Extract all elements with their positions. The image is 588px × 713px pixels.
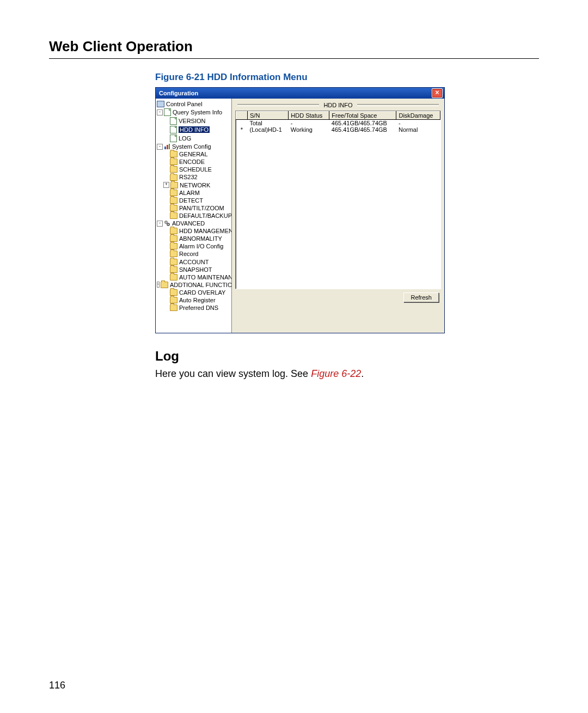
col-damage[interactable]: DiskDamage bbox=[396, 112, 440, 120]
cell-damage: Normal bbox=[396, 126, 440, 133]
tree-label: NETWORK bbox=[180, 182, 210, 188]
note-icon bbox=[164, 108, 171, 116]
col-blank[interactable] bbox=[236, 112, 248, 120]
tree-abnormality[interactable]: ABNORMALITY bbox=[157, 235, 230, 242]
tree-account[interactable]: ACCOUNT bbox=[157, 258, 230, 266]
svg-point-6 bbox=[168, 224, 169, 225]
tree-label: SCHEDULE bbox=[179, 166, 212, 173]
tree-additional-function[interactable]: - ADDTIONAL FUNCTION bbox=[157, 281, 230, 289]
tree-label-selected: HDD INFO bbox=[179, 126, 210, 133]
tree-schedule[interactable]: SCHEDULE bbox=[157, 166, 230, 173]
tree-control-panel[interactable]: Control Panel bbox=[157, 100, 230, 108]
tree-detect[interactable]: DETECT bbox=[157, 197, 230, 204]
collapse-icon[interactable]: - bbox=[157, 282, 160, 288]
col-space[interactable]: Free/Total Space bbox=[329, 112, 396, 120]
tree-advanced[interactable]: - ADVANCED bbox=[157, 220, 230, 227]
folder-icon bbox=[170, 274, 177, 281]
tree-general[interactable]: GENERAL bbox=[157, 150, 230, 158]
tree-label: ADDTIONAL FUNCTION bbox=[170, 282, 232, 288]
tree-hdd-management[interactable]: HDD MANAGEMENT bbox=[157, 227, 230, 235]
tree-default-backup[interactable]: DEFAULT/BACKUP bbox=[157, 212, 230, 220]
tree-auto-maintenance[interactable]: AUTO MAINTENANCE bbox=[157, 273, 230, 281]
body-text-pre: Here you can view system log. See bbox=[155, 368, 311, 379]
folder-icon bbox=[170, 289, 177, 296]
row-marker: * bbox=[236, 126, 248, 133]
tree-label: Control Panel bbox=[166, 101, 203, 107]
tree-log[interactable]: LOG bbox=[157, 134, 230, 143]
tree-label: ADVANCED bbox=[172, 220, 205, 227]
tree-record[interactable]: Record bbox=[157, 250, 230, 258]
configuration-window: Configuration × Control Panel - Query Sy… bbox=[155, 87, 445, 333]
page-number: 116 bbox=[49, 680, 65, 691]
folder-icon bbox=[170, 174, 177, 181]
cell-space: 465.41GB/465.74GB bbox=[329, 126, 396, 133]
cell-sn: (Local)HD-1 bbox=[248, 126, 289, 133]
tree-label: AUTO MAINTENANCE bbox=[179, 274, 232, 281]
expand-icon[interactable]: + bbox=[163, 182, 169, 188]
table-row[interactable]: Total - 465.41GB/465.74GB - bbox=[236, 120, 440, 127]
col-sn[interactable]: S/N bbox=[248, 112, 289, 120]
col-status[interactable]: HDD Status bbox=[289, 112, 329, 120]
panel-icon bbox=[157, 101, 164, 107]
collapse-icon[interactable]: - bbox=[157, 144, 163, 150]
tree-label: ALARM bbox=[179, 190, 200, 196]
titlebar: Configuration × bbox=[156, 88, 444, 99]
tree-version[interactable]: VERSION bbox=[157, 117, 230, 125]
figure-reference: Figure 6-22 bbox=[311, 368, 361, 379]
tree-preferred-dns[interactable]: Preferred DNS bbox=[157, 304, 230, 312]
folder-icon bbox=[170, 182, 178, 188]
tree-pane: Control Panel - Query System Info VERSIO… bbox=[156, 99, 232, 333]
tree-label: CARD OVERLAY bbox=[179, 289, 225, 296]
tree-label: DEFAULT/BACKUP bbox=[179, 212, 232, 219]
tree-rs232[interactable]: RS232 bbox=[157, 173, 230, 181]
tree-label: Preferred DNS bbox=[179, 304, 218, 311]
folder-icon bbox=[170, 228, 177, 234]
tree-label: Query System Info bbox=[173, 109, 222, 115]
collapse-icon[interactable]: - bbox=[157, 221, 163, 227]
tree-label: PAN/TILT/ZOOM bbox=[179, 205, 224, 211]
tree-query-system-info[interactable]: - Query System Info bbox=[157, 108, 230, 117]
body-text: Here you can view system log. See Figure… bbox=[155, 368, 539, 380]
folder-icon bbox=[170, 205, 177, 211]
tree-auto-register[interactable]: Auto Register bbox=[157, 296, 230, 304]
tree-network[interactable]: +NETWORK bbox=[157, 181, 230, 189]
hdd-table: S/N HDD Status Free/Total Space DiskDama… bbox=[236, 111, 440, 133]
folder-icon bbox=[170, 212, 177, 219]
tree-label: ENCODE bbox=[179, 159, 205, 165]
folder-icon bbox=[170, 159, 177, 165]
tree-system-config[interactable]: - System Config bbox=[157, 143, 230, 150]
tree-card-overlay[interactable]: CARD OVERLAY bbox=[157, 289, 230, 296]
content-pane: HDD INFO S/N HDD Status Free/Total Space… bbox=[232, 99, 444, 333]
tree-label: System Config bbox=[172, 143, 211, 150]
tree-encode[interactable]: ENCODE bbox=[157, 158, 230, 166]
cell-damage: - bbox=[396, 120, 440, 127]
folder-icon bbox=[170, 297, 177, 303]
tree-snapshot[interactable]: SNAPSHOT bbox=[157, 266, 230, 273]
refresh-button[interactable]: Refresh bbox=[403, 292, 439, 302]
tree-label: LOG bbox=[179, 135, 191, 142]
tree-label: SNAPSHOT bbox=[179, 266, 212, 273]
collapse-icon[interactable]: - bbox=[157, 109, 163, 115]
svg-rect-0 bbox=[164, 147, 166, 149]
folder-icon bbox=[170, 259, 177, 265]
tree-label: RS232 bbox=[179, 174, 198, 180]
tree-label: DETECT bbox=[179, 197, 203, 204]
tree-alarm-io[interactable]: Alarm I/O Config bbox=[157, 242, 230, 250]
folder-icon bbox=[170, 197, 177, 204]
tree-alarm[interactable]: ALARM bbox=[157, 189, 230, 197]
close-icon: × bbox=[435, 89, 439, 96]
folder-icon bbox=[170, 266, 177, 273]
body-text-post: . bbox=[361, 368, 364, 379]
tree-label: VERSION bbox=[179, 118, 206, 124]
folder-icon bbox=[161, 282, 168, 288]
section-header: HDD INFO bbox=[237, 102, 439, 108]
close-button[interactable]: × bbox=[432, 88, 443, 98]
tree-label: Alarm I/O Config bbox=[179, 243, 223, 249]
tree-label: Auto Register bbox=[179, 297, 216, 303]
tree-hdd-info[interactable]: HDD INFO bbox=[157, 125, 230, 134]
note-icon bbox=[170, 126, 177, 133]
tree-ptz[interactable]: PAN/TILT/ZOOM bbox=[157, 204, 230, 212]
table-row[interactable]: * (Local)HD-1 Working 465.41GB/465.74GB … bbox=[236, 126, 440, 133]
folder-icon bbox=[170, 243, 177, 249]
folder-icon bbox=[170, 235, 177, 242]
